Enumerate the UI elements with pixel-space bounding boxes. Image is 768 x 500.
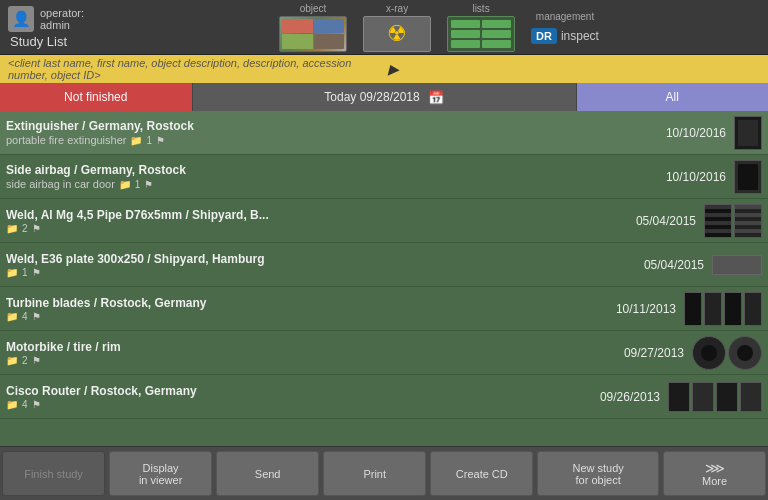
folder-icon: 📁	[6, 267, 18, 278]
create-cd-button[interactable]: Create CD	[430, 451, 533, 496]
alert-icon: ⚑	[156, 135, 165, 146]
tab-all[interactable]: All	[577, 83, 769, 111]
list-item[interactable]: Extinguisher / Germany, Rostock portable…	[0, 111, 768, 155]
module-xray-thumb[interactable]: ☢	[363, 16, 431, 52]
module-management-label: management	[536, 11, 594, 22]
study-title: Motorbike / tire / rim	[6, 340, 612, 354]
alert-icon: ⚑	[144, 179, 153, 190]
study-title: Weld, Al Mg 4,5 Pipe D76x5mm / Shipyard,…	[6, 208, 624, 222]
study-images	[712, 255, 762, 275]
inspect-label: inspect	[561, 29, 599, 43]
tab-not-finished[interactable]: Not finished	[0, 83, 192, 111]
study-date: 10/10/2016	[654, 170, 734, 184]
new-study-for-object-button[interactable]: New study for object	[537, 451, 659, 496]
study-date: 09/27/2013	[612, 346, 692, 360]
list-item[interactable]: Weld, E36 plate 300x250 / Shipyard, Hamb…	[0, 243, 768, 287]
folder-icon: 📁	[6, 399, 18, 410]
tabs-row: Not finished Today 09/28/2018 📅 All	[0, 83, 768, 111]
send-button[interactable]: Send	[216, 451, 319, 496]
module-object-thumb[interactable]	[279, 16, 347, 52]
study-images	[684, 292, 762, 326]
study-title: Weld, E36 plate 300x250 / Shipyard, Hamb…	[6, 252, 632, 266]
search-bar-container[interactable]: <client last name, first name, object de…	[0, 55, 768, 83]
study-images	[704, 204, 762, 238]
study-count: 2	[22, 223, 28, 234]
study-date: 10/11/2013	[604, 302, 684, 316]
study-subtitle: portable fire extinguisher	[6, 134, 126, 146]
study-date: 09/26/2013	[588, 390, 668, 404]
dr-badge[interactable]: DR	[531, 28, 557, 44]
operator-label: operator:	[40, 7, 84, 19]
study-title: Turbine blades / Rostock, Germany	[6, 296, 604, 310]
study-count: 1	[22, 267, 28, 278]
module-object[interactable]: object	[279, 3, 347, 52]
folder-icon: 📁	[119, 179, 131, 190]
list-item[interactable]: Side airbag / Germany, Rostock side airb…	[0, 155, 768, 199]
alert-icon: ⚑	[32, 311, 41, 322]
user-icon: 👤	[8, 6, 34, 32]
folder-icon: 📁	[6, 355, 18, 366]
study-list-title: Study List	[10, 34, 67, 49]
double-chevron-icon: ⋙	[705, 461, 725, 475]
study-date: 10/10/2016	[654, 126, 734, 140]
alert-icon: ⚑	[32, 223, 41, 234]
module-management[interactable]: management DR inspect	[531, 11, 599, 44]
finish-study-button[interactable]: Finish study	[2, 451, 105, 496]
list-item[interactable]: Motorbike / tire / rim 📁 2 ⚑ 09/27/2013	[0, 331, 768, 375]
study-images	[734, 116, 762, 150]
display-in-viewer-button[interactable]: Display in viewer	[109, 451, 212, 496]
study-images	[734, 160, 762, 194]
alert-icon: ⚑	[32, 267, 41, 278]
study-count: 4	[22, 399, 28, 410]
header: 👤 operator: admin Study List object	[0, 0, 768, 55]
operator-name: admin	[40, 19, 84, 31]
more-button[interactable]: ⋙ More	[663, 451, 766, 496]
module-xray[interactable]: x-ray ☢	[363, 3, 431, 52]
alert-icon: ⚑	[32, 399, 41, 410]
list-item[interactable]: Cisco Router / Rostock, Germany 📁 4 ⚑ 09…	[0, 375, 768, 419]
study-count: 2	[22, 355, 28, 366]
study-title: Cisco Router / Rostock, Germany	[6, 384, 588, 398]
alert-icon: ⚑	[32, 355, 41, 366]
folder-icon: 📁	[6, 223, 18, 234]
search-arrow-icon[interactable]: ▶	[384, 61, 764, 77]
study-list[interactable]: Extinguisher / Germany, Rostock portable…	[0, 111, 768, 446]
study-title: Extinguisher / Germany, Rostock	[6, 119, 654, 133]
list-item[interactable]: Turbine blades / Rostock, Germany 📁 4 ⚑ …	[0, 287, 768, 331]
study-count: 4	[22, 311, 28, 322]
module-object-label: object	[300, 3, 327, 14]
study-date: 05/04/2015	[632, 258, 712, 272]
tab-today[interactable]: Today 09/28/2018 📅	[192, 83, 577, 111]
study-count: 1	[135, 179, 141, 190]
study-images	[668, 382, 762, 412]
list-item[interactable]: Weld, Al Mg 4,5 Pipe D76x5mm / Shipyard,…	[0, 199, 768, 243]
calendar-icon: 📅	[428, 90, 444, 105]
print-button[interactable]: Print	[323, 451, 426, 496]
folder-icon: 📁	[6, 311, 18, 322]
module-lists-label: lists	[472, 3, 489, 14]
folder-icon: 📁	[130, 135, 142, 146]
module-lists-thumb[interactable]	[447, 16, 515, 52]
study-subtitle: side airbag in car door	[6, 178, 115, 190]
bottom-toolbar: Finish study Display in viewer Send Prin…	[0, 446, 768, 500]
study-date: 05/04/2015	[624, 214, 704, 228]
study-title: Side airbag / Germany, Rostock	[6, 163, 654, 177]
study-count: 1	[146, 135, 152, 146]
module-xray-label: x-ray	[386, 3, 408, 14]
search-placeholder[interactable]: <client last name, first name, object de…	[4, 57, 384, 81]
module-lists[interactable]: lists	[447, 3, 515, 52]
study-images	[692, 336, 762, 370]
